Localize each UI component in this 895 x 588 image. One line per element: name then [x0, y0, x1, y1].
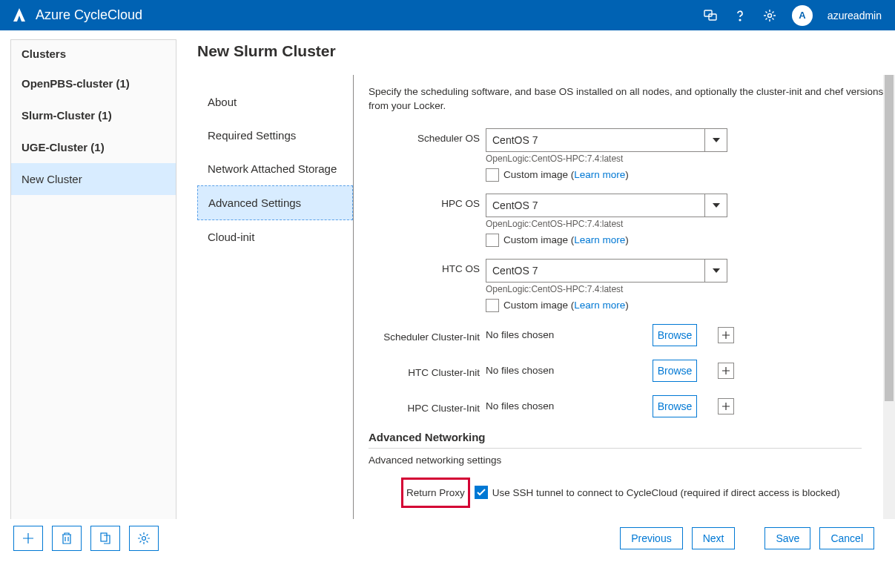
scheduler-os-label: Scheduler OS: [369, 128, 486, 144]
username-label[interactable]: azureadmin: [828, 10, 882, 22]
copy-icon: [99, 532, 111, 545]
avatar[interactable]: A: [792, 5, 813, 26]
return-proxy-checkbox[interactable]: [475, 486, 488, 499]
footer-bar: Previous Next Save Cancel: [0, 519, 895, 558]
scheduler-custom-image-label: Custom image (Learn more): [503, 169, 629, 180]
save-button[interactable]: Save: [764, 527, 810, 549]
sidebar-title: Clusters: [11, 40, 176, 67]
chevron-down-icon: [704, 260, 727, 282]
settings-button[interactable]: [129, 526, 159, 551]
plus-icon: [721, 366, 730, 375]
delete-button[interactable]: [52, 526, 82, 551]
learn-more-link[interactable]: Learn more: [574, 300, 625, 311]
scrollbar[interactable]: [883, 75, 895, 548]
app-title: Azure CycleCloud: [36, 7, 703, 23]
hpc-os-hint: OpenLogic:CentOS-HPC:7.4:latest: [486, 219, 871, 229]
hpc-os-label: HPC OS: [369, 194, 486, 209]
scheduler-custom-image-checkbox[interactable]: [486, 168, 499, 182]
wizard-nav: About Required Settings Network Attached…: [197, 75, 353, 548]
trash-icon: [61, 532, 73, 545]
help-icon[interactable]: [733, 8, 747, 23]
chevron-down-icon: [704, 194, 727, 217]
hpc-cluster-init-browse-button[interactable]: Browse: [653, 395, 697, 417]
scheduler-os-value: CentOS 7: [492, 134, 538, 146]
wizard-step-about[interactable]: About: [197, 85, 353, 119]
cancel-button[interactable]: Cancel: [819, 527, 874, 549]
htc-os-value: CentOS 7: [492, 265, 538, 277]
scheduler-cluster-init-value: No files chosen: [486, 329, 653, 340]
scheduler-os-hint: OpenLogic:CentOS-HPC:7.4:latest: [486, 153, 871, 164]
sidebar-item-new-cluster[interactable]: New Cluster: [11, 163, 176, 195]
hpc-custom-image-checkbox[interactable]: [486, 234, 499, 247]
htc-cluster-init-add-button[interactable]: [718, 363, 734, 379]
hpc-cluster-init-value: No files chosen: [486, 400, 653, 412]
svg-rect-4: [101, 533, 107, 541]
gear-icon: [137, 532, 151, 545]
chevron-down-icon: [704, 129, 727, 151]
svg-rect-0: [704, 10, 712, 16]
svg-point-2: [739, 19, 741, 21]
learn-more-link[interactable]: Learn more: [574, 169, 625, 180]
copy-button[interactable]: [90, 526, 120, 551]
clusters-sidebar: Clusters OpenPBS-cluster (1) Slurm-Clust…: [10, 39, 176, 549]
hpc-os-value: CentOS 7: [492, 199, 538, 211]
scheduler-cluster-init-add-button[interactable]: [718, 327, 734, 343]
wizard-step-cloud-init[interactable]: Cloud-init: [197, 220, 353, 254]
previous-button[interactable]: Previous: [620, 527, 682, 549]
next-button[interactable]: Next: [692, 527, 736, 549]
scheduler-cluster-init-label: Scheduler Cluster-Init: [369, 327, 486, 343]
sidebar-item-slurm[interactable]: Slurm-Cluster (1): [11, 99, 176, 131]
plus-icon: [721, 331, 730, 340]
return-proxy-label: Return Proxy: [401, 478, 470, 508]
htc-custom-image-checkbox[interactable]: [486, 299, 499, 312]
content-area: New Slurm Cluster About Required Setting…: [176, 30, 895, 549]
intro-text: Specify the scheduling software, and bas…: [369, 85, 886, 113]
app-header: Azure CycleCloud A azureadmin: [0, 0, 895, 30]
htc-os-select[interactable]: CentOS 7: [486, 259, 727, 283]
htc-cluster-init-value: No files chosen: [486, 365, 653, 376]
sidebar-item-uge[interactable]: UGE-Cluster (1): [11, 131, 176, 163]
htc-os-hint: OpenLogic:CentOS-HPC:7.4:latest: [486, 284, 871, 294]
htc-os-label: HTC OS: [369, 259, 486, 274]
wizard-step-required[interactable]: Required Settings: [197, 119, 353, 152]
svg-rect-1: [709, 14, 716, 20]
sidebar-item-openpbs[interactable]: OpenPBS-cluster (1): [11, 67, 176, 99]
svg-point-5: [142, 537, 146, 541]
hpc-os-select[interactable]: CentOS 7: [486, 194, 727, 217]
plus-icon: [721, 402, 730, 411]
hpc-cluster-init-label: HPC Cluster-Init: [369, 398, 486, 414]
wizard-step-advanced[interactable]: Advanced Settings: [197, 185, 353, 220]
hpc-custom-image-label: Custom image (Learn more): [503, 234, 629, 245]
advanced-networking-header: Advanced Networking: [369, 431, 862, 449]
hpc-cluster-init-add-button[interactable]: [718, 398, 734, 414]
add-button[interactable]: [13, 526, 43, 551]
htc-custom-image-label: Custom image (Learn more): [503, 300, 629, 311]
learn-more-link[interactable]: Learn more: [574, 234, 625, 245]
wizard-step-nas[interactable]: Network Attached Storage: [197, 152, 353, 185]
page-title: New Slurm Cluster: [197, 42, 895, 60]
feedback-icon[interactable]: [703, 8, 718, 23]
scheduler-os-select[interactable]: CentOS 7: [486, 128, 727, 152]
svg-point-3: [767, 13, 771, 17]
scrollbar-thumb[interactable]: [885, 75, 894, 401]
return-proxy-text: Use SSH tunnel to connect to CycleCloud …: [492, 487, 840, 498]
settings-icon[interactable]: [762, 8, 777, 23]
htc-cluster-init-browse-button[interactable]: Browse: [653, 360, 697, 382]
advanced-networking-subtitle: Advanced networking settings: [369, 455, 886, 466]
plus-icon: [22, 532, 35, 545]
app-logo-icon: [10, 7, 28, 24]
htc-cluster-init-label: HTC Cluster-Init: [369, 363, 486, 378]
scheduler-cluster-init-browse-button[interactable]: Browse: [653, 324, 697, 346]
form-panel: Specify the scheduling software, and bas…: [353, 75, 895, 548]
